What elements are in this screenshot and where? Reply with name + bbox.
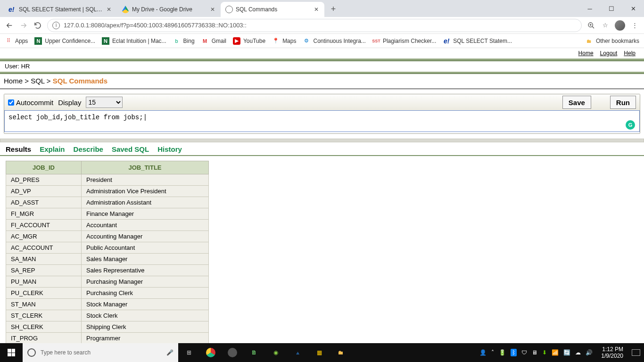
- cell-job-id: SA_REP: [6, 265, 82, 276]
- tab-history[interactable]: History: [157, 145, 182, 153]
- volume-icon[interactable]: 🔊: [586, 349, 593, 356]
- autocommit-label[interactable]: Autocommit: [8, 99, 53, 107]
- logout-link[interactable]: Logout: [600, 50, 618, 57]
- ci-icon: ⚙: [303, 37, 310, 45]
- window-controls: ─ ☐ ✕: [579, 0, 644, 17]
- security-icon[interactable]: 🛡: [521, 349, 527, 356]
- display-select[interactable]: 15: [86, 97, 123, 108]
- cell-job-title: Accounting Manager: [82, 231, 209, 242]
- profile-avatar[interactable]: [615, 20, 625, 31]
- new-tab-button[interactable]: +: [327, 3, 339, 15]
- table-row: SA_REPSales Representative: [6, 265, 209, 276]
- tab-results[interactable]: Results: [6, 145, 31, 153]
- browser-titlebar: e! SQL SELECT Statement | SQL SEL ✕ My D…: [0, 0, 644, 17]
- bookmark-item[interactable]: MGmail: [201, 37, 226, 45]
- tab-explain[interactable]: Explain: [40, 145, 65, 153]
- home-link[interactable]: Home: [578, 50, 594, 57]
- sticky-notes-icon[interactable]: ▦: [308, 343, 330, 362]
- site-info-icon[interactable]: i: [52, 22, 60, 29]
- notifications-icon[interactable]: [632, 349, 640, 356]
- other-bookmarks[interactable]: 🖿Other bookmarks: [586, 37, 639, 45]
- battery-icon[interactable]: 🔋: [499, 349, 506, 356]
- bookmark-icon: N: [34, 37, 42, 45]
- address-bar[interactable]: i 127.0.0.1:8080/apex/f?p=4500:1003:4896…: [47, 19, 582, 32]
- forward-button[interactable]: [19, 21, 28, 30]
- col-job-title[interactable]: JOB_TITLE: [82, 161, 209, 174]
- cell-job-title: Finance Manager: [82, 208, 209, 220]
- table-row: SH_CLERKShipping Clerk: [6, 321, 209, 333]
- table-row: AC_ACCOUNTPublic Accountant: [6, 242, 209, 254]
- tab-strip: e! SQL SELECT Statement | SQL SEL ✕ My D…: [0, 0, 579, 17]
- bookmark-item[interactable]: NUpper Confidence...: [34, 37, 95, 45]
- display-icon[interactable]: 🖥: [532, 349, 537, 356]
- col-job-id[interactable]: JOB_ID: [6, 161, 82, 174]
- favicon-drive-icon: [122, 6, 129, 13]
- crumb-sql[interactable]: SQL: [31, 77, 44, 85]
- maximize-button[interactable]: ☐: [601, 0, 622, 17]
- bookmark-item[interactable]: e!SQL SELECT Statem...: [443, 37, 512, 45]
- bookmark-item[interactable]: 📍Maps: [272, 37, 296, 45]
- chrome-app-icon[interactable]: [200, 343, 222, 362]
- bookmark-icon: N: [102, 37, 109, 45]
- crumb-home[interactable]: Home: [4, 77, 23, 85]
- task-view-button[interactable]: ⊞: [178, 343, 200, 362]
- wifi-icon[interactable]: 📶: [552, 349, 559, 356]
- sql-input[interactable]: select job_id,job_title from jobs;|: [4, 110, 640, 132]
- sql-command-panel: Autocommit Display 15 Save Run select jo…: [4, 94, 640, 134]
- cell-job-id: FI_MGR: [6, 208, 82, 220]
- star-icon[interactable]: ☆: [601, 21, 610, 30]
- cell-job-id: ST_CLERK: [6, 310, 82, 321]
- autocommit-checkbox[interactable]: [8, 99, 14, 106]
- utorrent-icon[interactable]: ⬇: [542, 349, 547, 356]
- tab-saved-sql[interactable]: Saved SQL: [112, 145, 149, 153]
- bookmark-item[interactable]: NEclat Intuition | Mac...: [102, 37, 166, 45]
- cell-job-id: IT_PROG: [6, 333, 82, 344]
- minimize-button[interactable]: ─: [579, 0, 601, 17]
- browser-tab-2[interactable]: SQL Commands ✕: [221, 2, 324, 17]
- tray-chevron-icon[interactable]: ˄: [491, 349, 494, 356]
- save-button[interactable]: Save: [562, 96, 591, 109]
- bluetooth-icon[interactable]: ᛒ: [511, 349, 517, 356]
- run-button[interactable]: Run: [610, 96, 636, 109]
- bookmark-item[interactable]: ▶YouTube: [233, 37, 265, 45]
- zoom-icon[interactable]: [586, 21, 596, 30]
- crumb-current: SQL Commands: [53, 77, 107, 85]
- cell-job-id: SA_MAN: [6, 254, 82, 265]
- grammarly-icon[interactable]: G: [626, 120, 635, 130]
- notepadpp-icon[interactable]: 🗎: [243, 343, 265, 362]
- chrome-canary-icon[interactable]: [222, 343, 243, 362]
- cell-job-id: AD_ASST: [6, 197, 82, 208]
- reload-button[interactable]: [33, 21, 42, 30]
- divider: [0, 139, 644, 142]
- table-row: AD_ASSTAdministration Assistant: [6, 197, 209, 208]
- mic-icon[interactable]: 🎤: [166, 349, 173, 356]
- apps-button[interactable]: ⠿Apps: [5, 37, 28, 45]
- sync-icon[interactable]: 🔄: [563, 349, 570, 356]
- bookmark-item[interactable]: bBing: [173, 37, 195, 45]
- people-icon[interactable]: 👤: [479, 349, 487, 356]
- browser-tab-1[interactable]: My Drive - Google Drive ✕: [117, 2, 221, 17]
- table-row: FI_MGRFinance Manager: [6, 208, 209, 220]
- vscode-icon[interactable]: ⟁: [287, 343, 308, 362]
- onedrive-icon[interactable]: ☁: [575, 349, 581, 356]
- start-button[interactable]: [0, 349, 23, 356]
- close-icon[interactable]: ✕: [313, 6, 320, 13]
- results-table: JOB_ID JOB_TITLE AD_PRESPresidentAD_VPAd…: [6, 161, 209, 343]
- android-studio-icon[interactable]: ◉: [265, 343, 287, 362]
- taskbar-search[interactable]: Type here to search 🎤: [23, 343, 178, 362]
- back-button[interactable]: [5, 21, 14, 30]
- tab-describe[interactable]: Describe: [74, 145, 103, 153]
- tab-title: SQL Commands: [236, 6, 310, 13]
- close-window-button[interactable]: ✕: [622, 0, 644, 17]
- menu-icon[interactable]: ⋮: [630, 21, 639, 30]
- bookmark-item[interactable]: ⚙Continuous Integra...: [303, 37, 365, 45]
- file-explorer-icon[interactable]: 🖿: [330, 343, 352, 362]
- browser-tab-0[interactable]: e! SQL SELECT Statement | SQL SEL ✕: [4, 2, 117, 17]
- help-link[interactable]: Help: [624, 50, 636, 57]
- bookmark-item[interactable]: SSTPlagiarism Checker...: [372, 37, 436, 45]
- favicon-globe-icon: [225, 6, 233, 13]
- close-icon[interactable]: ✕: [209, 6, 216, 13]
- close-icon[interactable]: ✕: [106, 6, 112, 13]
- taskbar-clock[interactable]: 1:12 PM 1/9/2020: [597, 346, 627, 359]
- cell-job-title: Administration Vice President: [82, 186, 209, 197]
